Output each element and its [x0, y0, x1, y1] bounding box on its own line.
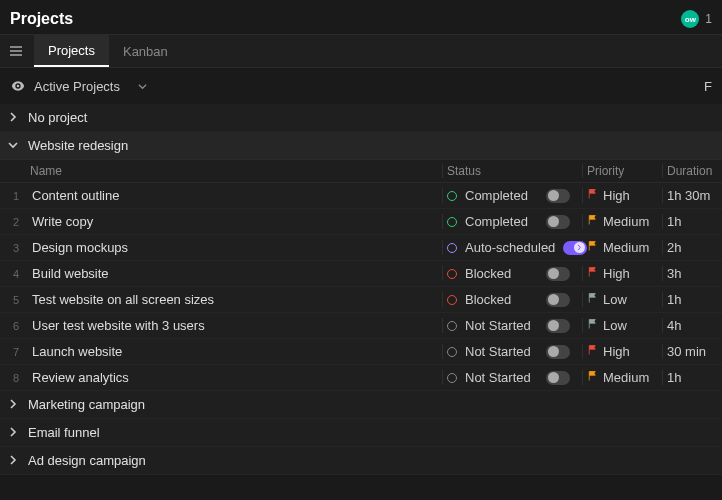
- status-cell[interactable]: Not Started: [442, 318, 582, 333]
- duration-cell[interactable]: 1h: [662, 370, 722, 385]
- task-row[interactable]: 3Design mockupsAuto-scheduledMedium2h: [0, 235, 722, 261]
- priority-label: Low: [603, 292, 627, 307]
- avatar[interactable]: ow: [681, 10, 699, 28]
- status-cell[interactable]: Auto-scheduled: [442, 240, 582, 255]
- task-name[interactable]: Design mockups: [26, 240, 442, 255]
- auto-schedule-toggle[interactable]: [546, 267, 570, 281]
- col-duration[interactable]: Duration: [662, 164, 722, 178]
- col-status[interactable]: Status: [442, 164, 582, 178]
- flag-icon: [587, 370, 597, 385]
- task-row[interactable]: 4Build websiteBlockedHigh3h: [0, 261, 722, 287]
- flag-icon: [587, 188, 597, 203]
- task-row[interactable]: 1Content outlineCompletedHigh1h 30m: [0, 183, 722, 209]
- task-name[interactable]: Build website: [26, 266, 442, 281]
- status-cell[interactable]: Completed: [442, 188, 582, 203]
- view-name: Active Projects: [34, 79, 120, 94]
- priority-cell[interactable]: High: [582, 266, 662, 281]
- task-name[interactable]: Launch website: [26, 344, 442, 359]
- view-selector[interactable]: Active Projects: [10, 74, 147, 98]
- priority-cell[interactable]: Medium: [582, 214, 662, 229]
- col-name[interactable]: Name: [26, 164, 442, 178]
- toggle-knob: [548, 190, 559, 201]
- auto-schedule-toggle[interactable]: [563, 241, 587, 255]
- status-label: Not Started: [465, 370, 531, 385]
- priority-cell[interactable]: High: [582, 344, 662, 359]
- row-number: 5: [6, 294, 26, 306]
- priority-label: Medium: [603, 214, 649, 229]
- duration-cell[interactable]: 1h: [662, 292, 722, 307]
- task-name[interactable]: User test website with 3 users: [26, 318, 442, 333]
- status-cell[interactable]: Completed: [442, 214, 582, 229]
- duration-cell[interactable]: 3h: [662, 266, 722, 281]
- status-circle-icon: [447, 347, 457, 357]
- task-row[interactable]: 6User test website with 3 usersNot Start…: [0, 313, 722, 339]
- priority-cell[interactable]: Low: [582, 318, 662, 333]
- status-cell[interactable]: Not Started: [442, 344, 582, 359]
- hamburger-menu-button[interactable]: [4, 39, 28, 63]
- task-name[interactable]: Write copy: [26, 214, 442, 229]
- priority-label: High: [603, 344, 630, 359]
- chevron-right-icon: [8, 399, 18, 411]
- col-priority[interactable]: Priority: [582, 164, 662, 178]
- duration-cell[interactable]: 30 min: [662, 344, 722, 359]
- page-title: Projects: [10, 10, 73, 28]
- priority-cell[interactable]: Medium: [582, 240, 662, 255]
- priority-cell[interactable]: Low: [582, 292, 662, 307]
- chevron-right-icon: [8, 427, 18, 439]
- hamburger-icon: [9, 44, 23, 58]
- duration-cell[interactable]: 1h 30m: [662, 188, 722, 203]
- priority-cell[interactable]: High: [582, 188, 662, 203]
- tab-kanban[interactable]: Kanban: [109, 35, 182, 67]
- auto-schedule-toggle[interactable]: [546, 345, 570, 359]
- task-row[interactable]: 5Test website on all screen sizesBlocked…: [0, 287, 722, 313]
- group-header[interactable]: No project: [0, 104, 722, 132]
- group-header[interactable]: Ad design campaign: [0, 447, 722, 475]
- chevron-down-icon: [8, 140, 18, 152]
- filter-button[interactable]: F: [704, 79, 712, 94]
- task-name[interactable]: Review analytics: [26, 370, 442, 385]
- auto-schedule-toggle[interactable]: [546, 319, 570, 333]
- row-number: 2: [6, 216, 26, 228]
- auto-schedule-toggle[interactable]: [546, 293, 570, 307]
- group-header[interactable]: Email funnel: [0, 419, 722, 447]
- flag-icon: [587, 266, 597, 281]
- row-number: 3: [6, 242, 26, 254]
- task-row[interactable]: 7Launch websiteNot StartedHigh30 min: [0, 339, 722, 365]
- duration-cell[interactable]: 4h: [662, 318, 722, 333]
- group-label: Ad design campaign: [28, 453, 146, 468]
- row-number: 7: [6, 346, 26, 358]
- row-number: 6: [6, 320, 26, 332]
- priority-label: Medium: [603, 370, 649, 385]
- flag-icon: [587, 214, 597, 229]
- duration-cell[interactable]: 2h: [662, 240, 722, 255]
- task-name[interactable]: Test website on all screen sizes: [26, 292, 442, 307]
- group-label: Marketing campaign: [28, 397, 145, 412]
- status-cell[interactable]: Not Started: [442, 370, 582, 385]
- tab-projects[interactable]: Projects: [34, 35, 109, 67]
- group-header[interactable]: Marketing campaign: [0, 391, 722, 419]
- duration-cell[interactable]: 1h: [662, 214, 722, 229]
- auto-schedule-toggle[interactable]: [546, 371, 570, 385]
- status-circle-icon: [447, 269, 457, 279]
- toggle-knob: [574, 242, 585, 253]
- task-name[interactable]: Content outline: [26, 188, 442, 203]
- priority-label: High: [603, 266, 630, 281]
- task-row[interactable]: 8Review analyticsNot StartedMedium1h: [0, 365, 722, 391]
- status-label: Blocked: [465, 292, 511, 307]
- task-row[interactable]: 2Write copyCompletedMedium1h: [0, 209, 722, 235]
- auto-schedule-toggle[interactable]: [546, 189, 570, 203]
- status-cell[interactable]: Blocked: [442, 266, 582, 281]
- status-circle-icon: [447, 321, 457, 331]
- status-cell[interactable]: Blocked: [442, 292, 582, 307]
- chevron-right-icon: [8, 455, 18, 467]
- toggle-knob: [548, 294, 559, 305]
- auto-schedule-toggle[interactable]: [546, 215, 570, 229]
- toggle-knob: [548, 320, 559, 331]
- status-label: Auto-scheduled: [465, 240, 555, 255]
- row-number: 8: [6, 372, 26, 384]
- status-label: Not Started: [465, 318, 531, 333]
- group-header[interactable]: Website redesign: [0, 132, 722, 159]
- flag-icon: [587, 318, 597, 333]
- row-number: 4: [6, 268, 26, 280]
- priority-cell[interactable]: Medium: [582, 370, 662, 385]
